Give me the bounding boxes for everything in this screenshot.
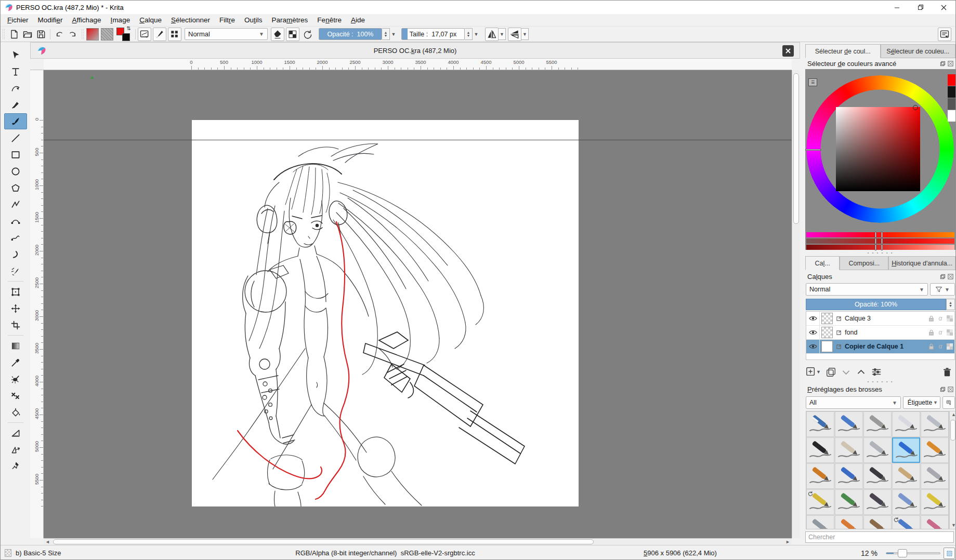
new-document-button[interactable] <box>7 28 21 41</box>
blending-mode-combo[interactable]: Normal▼ <box>185 28 268 40</box>
menu-fichier[interactable]: Fichier <box>3 15 33 25</box>
tool-calligraphy[interactable] <box>4 97 27 113</box>
brush-preset-7[interactable] <box>835 437 863 463</box>
move-layer-down-button[interactable] <box>841 367 851 377</box>
preset-grid-button[interactable] <box>168 28 181 41</box>
value-strip-handle[interactable] <box>881 244 883 250</box>
brush-preset-19[interactable] <box>892 489 920 515</box>
tool-color-sampler[interactable] <box>4 354 27 370</box>
menu-image[interactable]: Image <box>106 15 135 25</box>
layer-lock-icon[interactable] <box>926 315 936 322</box>
tool-crop[interactable] <box>4 317 27 333</box>
redo-button[interactable] <box>66 28 80 41</box>
brush-preset-20[interactable] <box>921 489 949 515</box>
opacity-spin-buttons[interactable]: ▲▼ <box>382 28 390 40</box>
menu-modifier[interactable]: Modifier <box>33 15 68 25</box>
tool-text[interactable] <box>4 63 27 79</box>
menu-affichage[interactable]: Affichage <box>68 15 106 25</box>
close-docker-icon[interactable] <box>948 386 953 392</box>
panel-splitter[interactable] <box>800 42 804 545</box>
layer-row-calque-3[interactable]: Calque 3α <box>806 312 954 326</box>
layer-properties-button[interactable] <box>871 367 882 377</box>
saturation-strip-handle[interactable] <box>881 238 883 244</box>
minimize-button[interactable] <box>885 1 909 14</box>
opacity-slider[interactable]: Opacité : 100% <box>319 28 382 40</box>
layer-alpha-lock-icon[interactable]: α <box>936 329 945 336</box>
brush-preset-24[interactable] <box>892 515 920 529</box>
tool-freehand-path[interactable] <box>4 230 27 246</box>
vertical-scrollbar[interactable] <box>792 70 800 538</box>
brush-preset-9[interactable] <box>892 437 920 463</box>
opacity-options-dropdown[interactable]: ▼ <box>390 28 397 40</box>
tool-move[interactable] <box>4 300 27 316</box>
brush-preset-10[interactable] <box>921 437 949 463</box>
background-color-swatch[interactable] <box>122 33 130 41</box>
pattern-chooser-button[interactable] <box>101 28 113 41</box>
preset-search-input[interactable]: Chercher <box>805 531 954 543</box>
tool-rectangle[interactable] <box>4 146 27 163</box>
tool-edit-shapes[interactable] <box>4 80 27 96</box>
menu-selectionner[interactable]: Sélectionner <box>166 15 215 25</box>
mirror-vertical-button[interactable] <box>508 28 521 41</box>
advanced-color-selector[interactable]: ☰ <box>805 69 955 250</box>
tab-color-selector[interactable]: Sélecteur de coul... <box>805 44 881 58</box>
reload-preset-button[interactable] <box>301 28 315 41</box>
tool-polygon[interactable] <box>4 180 27 196</box>
color-history-swatch[interactable] <box>948 74 955 86</box>
swap-colors-icon[interactable]: ⇅ <box>127 25 131 31</box>
saturation-value-square[interactable] <box>836 107 920 191</box>
mirror-horizontal-button[interactable] <box>485 28 499 41</box>
layer-alpha-lock-icon[interactable]: α <box>936 343 945 350</box>
toolbar-drag-handle[interactable] <box>81 29 85 40</box>
menu-filtre[interactable]: Filtre <box>215 15 240 25</box>
brush-preset-2[interactable] <box>835 411 863 437</box>
layer-lock-icon[interactable] <box>926 343 936 350</box>
tool-gradient[interactable] <box>4 338 27 354</box>
mirror-horizontal-options[interactable]: ▼ <box>499 28 506 40</box>
brush-preset-12[interactable] <box>835 463 863 489</box>
saturation-strip-handle[interactable] <box>875 238 876 244</box>
move-layer-up-button[interactable] <box>856 367 866 377</box>
tool-multibrush[interactable] <box>4 263 27 279</box>
add-layer-button[interactable]: ▼ <box>806 367 821 377</box>
mirror-vertical-options[interactable]: ▼ <box>521 28 529 40</box>
menu-outils[interactable]: Outils <box>240 15 267 25</box>
tool-fill[interactable] <box>4 404 27 420</box>
zoom-slider-knob[interactable] <box>898 549 907 557</box>
float-docker-icon[interactable] <box>940 274 946 279</box>
brush-preset-3[interactable] <box>863 411 892 437</box>
layer-row-fond[interactable]: fondα <box>806 326 954 340</box>
close-button[interactable] <box>932 1 955 14</box>
tool-smart-patch[interactable] <box>4 388 27 404</box>
canvas-viewport[interactable]: * <box>44 70 792 538</box>
close-docker-icon[interactable] <box>948 61 953 66</box>
brush-preset-13[interactable] <box>863 463 892 489</box>
edit-brush-settings-button[interactable] <box>153 28 166 41</box>
brush-preset-21[interactable] <box>806 515 834 529</box>
restore-button[interactable] <box>909 1 932 14</box>
hue-strip-handle[interactable] <box>875 232 876 238</box>
tag-button[interactable]: Étiquette ▼ <box>903 396 940 409</box>
layer-thumbnail[interactable] <box>821 313 833 324</box>
value-strip[interactable] <box>806 245 954 250</box>
canvas-tab-close-button[interactable] <box>782 45 794 57</box>
preset-scroll-down[interactable]: ▼ <box>951 522 956 529</box>
foreground-background-colors[interactable]: ⇅ <box>116 28 130 41</box>
tab-layers[interactable]: Cal... <box>805 256 840 270</box>
layer-inherit-alpha-icon[interactable] <box>945 329 954 336</box>
fit-page-button[interactable] <box>944 548 955 559</box>
hue-strip-handle[interactable] <box>881 232 883 238</box>
zoom-slider[interactable] <box>886 552 940 554</box>
brush-preset-5[interactable] <box>921 411 949 437</box>
duplicate-layer-button[interactable] <box>826 367 836 377</box>
layer-visibility-icon[interactable] <box>806 326 820 339</box>
layer-alpha-lock-icon[interactable]: α <box>936 315 945 322</box>
delete-layer-button[interactable] <box>942 367 952 377</box>
preset-scroll-up[interactable]: ▲ <box>951 411 956 418</box>
choose-brush-preset-button[interactable] <box>138 28 151 41</box>
preset-filter-combo[interactable]: All▼ <box>806 396 901 409</box>
tool-freehand-brush[interactable] <box>4 113 27 129</box>
brush-preset-1[interactable] <box>806 411 834 437</box>
brush-preset-8[interactable] <box>863 437 892 463</box>
save-button[interactable] <box>34 28 48 41</box>
